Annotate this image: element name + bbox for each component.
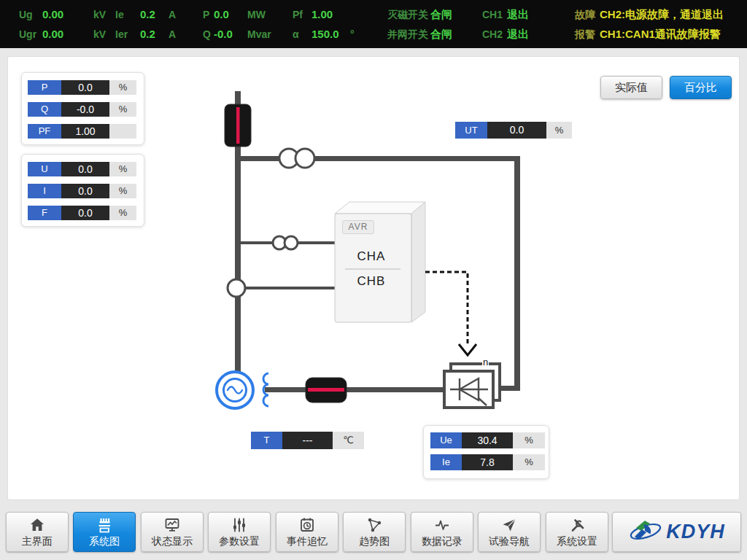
metric-label: Pf	[293, 6, 303, 23]
alarm-message: CH1:CAN1通讯故障报警	[600, 26, 721, 43]
channel-a-label: CHA	[335, 249, 408, 264]
generator-symbol	[217, 372, 253, 408]
meter-row-i: I 0.0 %	[28, 184, 136, 198]
meter-unit: %	[109, 206, 136, 220]
meter-row-ut: UT 0.0 %	[455, 122, 572, 139]
top-status-bar: Ug 0.00 kV Ugr 0.00 kV Ie 0.2 A Ier 0.2 …	[0, 0, 747, 48]
right-bus	[514, 156, 520, 391]
nav-label: 试验导航	[489, 535, 530, 548]
meter-row-u: U 0.0 %	[28, 162, 136, 176]
meter-unit: %	[109, 184, 136, 198]
meter-row-temperature: T --- ℃	[251, 432, 364, 449]
nav-system-settings[interactable]: 系统设置	[546, 512, 608, 552]
control-signal-arrowhead	[459, 344, 476, 355]
fault-message: CH2:电源故障，通道退出	[600, 6, 724, 23]
pq-meter-panel: P 0.0 % Q -0.0 % PF 1.00	[21, 72, 144, 145]
meter-unit: %	[513, 454, 545, 470]
kdyh-logo-button[interactable]: KDYH	[612, 512, 741, 552]
event-clock-icon	[298, 516, 316, 534]
meter-value: 7.8	[462, 454, 513, 470]
nav-label: 数据记录	[422, 535, 462, 548]
nav-label: 参数设置	[219, 535, 260, 548]
kdyh-logo-mark-icon	[628, 516, 663, 548]
channel-state: 退出	[507, 6, 529, 23]
nav-label: 系统图	[89, 535, 120, 548]
home-icon	[28, 516, 46, 534]
meter-value: ---	[282, 432, 333, 449]
metric-value: 150.0	[311, 26, 339, 43]
trend-nodes-icon	[365, 516, 383, 534]
excitation-meter-panel: Ue 30.4 % Ie 7.8 %	[423, 425, 549, 479]
generator-breaker	[225, 104, 251, 147]
meter-value: 0.0	[61, 184, 109, 198]
meter-label: Q	[28, 102, 61, 117]
metric-unit: MW	[247, 6, 266, 23]
meter-label: UT	[455, 122, 487, 139]
screen: Ug 0.00 kV Ugr 0.00 kV Ie 0.2 A Ier 0.2 …	[0, 0, 747, 560]
nav-trend-chart[interactable]: 趋势图	[343, 512, 406, 552]
metric-value: 0.2	[140, 26, 155, 43]
pt-transformer	[273, 236, 298, 249]
metric-label: α	[293, 26, 299, 43]
meter-value: -0.0	[61, 102, 109, 117]
nav-system-diagram[interactable]: 系统图	[73, 512, 136, 552]
fault-label: 故障	[575, 6, 595, 23]
nav-main-screen[interactable]: 主界面	[6, 512, 69, 552]
ct-transformer	[228, 279, 245, 297]
system-diagram-panel: AVR CHA CHB n P 0.0 % Q -0.0 % PF 1.00	[7, 56, 740, 500]
meter-unit	[109, 124, 136, 139]
switch-state: 合闸	[430, 6, 452, 23]
meter-label: P	[28, 80, 61, 95]
meter-value: 30.4	[462, 432, 513, 448]
meter-row-q: Q -0.0 %	[28, 102, 136, 117]
metric-value: 0.2	[140, 6, 155, 23]
metric-unit: kV	[93, 6, 106, 23]
metric-label: Ier	[115, 26, 128, 43]
metric-label: Ie	[115, 6, 124, 23]
channel-label: CH2	[482, 26, 503, 43]
metric-unit: kV	[93, 26, 106, 43]
avr-input-line-2	[238, 287, 335, 289]
monitor-icon	[163, 516, 181, 534]
metric-label: P	[203, 6, 209, 23]
meter-label: PF	[28, 124, 61, 139]
meter-unit: %	[109, 80, 136, 95]
meter-value: 0.0	[487, 122, 546, 139]
meter-label: Ue	[430, 432, 462, 448]
meter-label: I	[28, 184, 61, 198]
nav-label: 状态显示	[152, 535, 193, 548]
meter-label: F	[28, 206, 61, 220]
meter-unit: %	[109, 162, 136, 176]
pulse-icon	[433, 516, 451, 534]
nav-event-recall[interactable]: 事件追忆	[276, 512, 338, 552]
meter-row-f: F 0.0 %	[28, 206, 136, 220]
nav-status-display[interactable]: 状态显示	[141, 512, 204, 552]
metric-value: 0.0	[214, 6, 229, 23]
field-breaker	[306, 378, 347, 402]
meter-value: 0.0	[61, 80, 109, 95]
kdyh-logo-text: KDYH	[666, 521, 725, 543]
switch-label: 灭磁开关	[387, 6, 428, 23]
bridge-count-label: n	[482, 357, 489, 367]
meter-row-ie: Ie 7.8 %	[430, 454, 545, 470]
nav-parameter-settings[interactable]: 参数设置	[208, 512, 271, 552]
actual-value-button[interactable]: 实际值	[600, 76, 662, 99]
meter-row-p: P 0.0 %	[28, 80, 136, 95]
channel-state: 退出	[507, 26, 529, 43]
nav-test-guide[interactable]: 试验导航	[478, 512, 541, 552]
meter-value: 1.00	[61, 124, 109, 139]
channel-label: CH1	[482, 6, 503, 23]
meter-value: 0.0	[61, 206, 109, 220]
meter-row-ue: Ue 30.4 %	[430, 432, 545, 448]
nav-data-record[interactable]: 数据记录	[411, 512, 473, 552]
metric-unit: A	[169, 6, 176, 23]
meter-label: T	[251, 432, 282, 449]
nav-label: 事件追忆	[287, 535, 328, 548]
percent-value-button[interactable]: 百分比	[670, 76, 732, 99]
switch-label: 并网开关	[387, 26, 428, 43]
meter-label: U	[28, 162, 61, 176]
tools-icon	[568, 516, 586, 534]
sliders-icon	[231, 516, 248, 534]
avr-tag: AVR	[342, 220, 374, 234]
field-line	[265, 387, 446, 392]
